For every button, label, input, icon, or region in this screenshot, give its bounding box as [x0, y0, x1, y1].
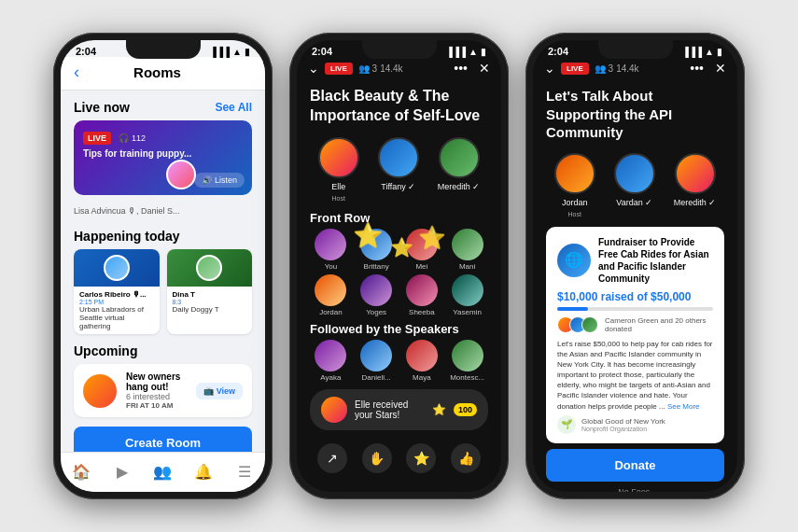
speaker-3-name: Meredith ✓ [438, 182, 481, 191]
audience-avatar-yasemin [452, 274, 483, 306]
happening-section-header: Happening today [61, 219, 265, 249]
notif-stars-icon: ⭐ [432, 403, 446, 416]
more-options-icon-3[interactable]: ••• [690, 61, 704, 76]
event-2-name: Dina T [173, 290, 247, 299]
status-time-1: 2:04 [76, 46, 96, 57]
happening-label: Happening today [74, 229, 180, 244]
speakers-row-3: Jordan Host Vardan ✓ Meredith ✓ [533, 146, 737, 221]
speaker-3-1-role: Host [568, 211, 581, 217]
fundraiser-desc: Let's raise $50,000 to help pay for cab … [557, 339, 713, 412]
status-icons-1: ▐▐▐ ▲ ▮ [210, 47, 250, 57]
battery-icon: ▮ [245, 47, 250, 57]
audience-avatar-jordan [315, 274, 346, 306]
battery-icon-3: ▮ [717, 47, 722, 57]
speaker-1: Elle Host [318, 137, 359, 202]
audience-avatar-yoges [360, 274, 392, 306]
live-now-label: Live now [74, 100, 130, 115]
speaker-3-2-avatar [614, 153, 655, 194]
event-2-time: 8:3 [173, 299, 247, 305]
audience-you: You [310, 229, 352, 271]
live-pill-3: LIVE [561, 63, 589, 75]
close-button-3[interactable]: ✕ [715, 61, 726, 76]
signal-icon-3: ▐▐▐ [682, 47, 702, 57]
speaker-1-role: Host [332, 195, 345, 202]
org-icon: 🌱 [557, 415, 576, 434]
share-button[interactable]: ↗ [317, 443, 347, 473]
chevron-down-icon-3[interactable]: ⌄ [544, 61, 555, 76]
live-count: 🎧 112 [119, 133, 146, 143]
live-card-content: LIVE 🎧 112 Tips for training puppy... [74, 120, 252, 166]
signal-icon: ▐▐▐ [210, 47, 230, 57]
status-icons-2: ▐▐▐ ▲ ▮ [446, 47, 486, 57]
upcoming-info: New owners hang out! 6 interested FRI AT… [126, 371, 187, 410]
donor-avatars [557, 316, 594, 333]
close-button-2[interactable]: ✕ [479, 61, 490, 76]
star-button[interactable]: ⭐ [406, 443, 436, 473]
org-row: 🌱 Global Good of New York Nonprofit Orga… [557, 415, 713, 434]
nav-home[interactable]: 🏠 [70, 460, 92, 483]
phone-3: 2:04 ▐▐▐ ▲ ▮ ⌄ LIVE 👥 3 14.4k ••• ✕ Let'… [525, 33, 745, 499]
notif-avatar [321, 397, 347, 423]
donate-button[interactable]: Donate [546, 449, 724, 482]
room-title-3: Let's Talk About Supporting the API Comm… [533, 81, 737, 146]
audience-jordan: Jordan [310, 274, 352, 316]
nav-video[interactable]: ▶ [111, 460, 133, 483]
see-all-button[interactable]: See All [215, 101, 252, 114]
nav-menu[interactable]: ☰ [233, 460, 256, 483]
upcoming-item[interactable]: New owners hang out! 6 interested FRI AT… [74, 364, 252, 417]
org-info: Global Good of New York Nonprofit Organi… [581, 417, 665, 432]
followed-label: Followed by the Speakers [297, 316, 501, 340]
fundraiser-card: 🌐 Fundraiser to Provide Free Cab Rides f… [546, 227, 724, 443]
donor-avatar-3 [581, 316, 598, 333]
followed-avatar-3 [406, 340, 438, 371]
nav-notifications[interactable]: 🔔 [192, 460, 215, 483]
phone-3-screen: 2:04 ▐▐▐ ▲ ▮ ⌄ LIVE 👥 3 14.4k ••• ✕ Let'… [533, 40, 737, 492]
signal-icon-2: ▐▐▐ [446, 47, 466, 57]
view-button[interactable]: 📺 View [196, 383, 243, 399]
donors-row: Cameron Green and 20 others donated [557, 316, 713, 333]
no-fees-label: No Fees. [533, 487, 737, 492]
like-button[interactable]: 👍 [451, 443, 481, 473]
progress-bar-fill [557, 307, 588, 311]
event-card-1[interactable]: Carlos Ribeiro 🎙... 2:15 PM Urban Labrad… [74, 249, 160, 334]
wifi-icon-2: ▲ [469, 47, 478, 57]
see-more-link[interactable]: See More [667, 402, 700, 411]
listen-button[interactable]: 🔊 Listen [194, 173, 245, 188]
speaker-3-1: Jordan Host [554, 153, 595, 217]
phone-1: 2:04 ▐▐▐ ▲ ▮ ‹ Rooms Live now See All LI… [53, 33, 273, 499]
header-actions-2: ••• ✕ [454, 61, 490, 76]
live-card-title: Tips for training puppy... [83, 148, 243, 159]
raise-hand-button[interactable]: ✋ [362, 443, 392, 473]
event-1-time: 2:15 PM [79, 299, 154, 305]
followed-1: Ayaka [310, 340, 352, 382]
speaker-3-avatar [439, 137, 480, 178]
upcoming-section-header: Upcoming [61, 334, 265, 364]
phone-2: 2:04 ▐▐▐ ▲ ▮ ⌄ LIVE 👥 3 14.4k ••• ✕ Blac… [289, 33, 509, 499]
audience-yasemin: Yasemin [446, 274, 488, 316]
event-2-title: Daily Doggy T [173, 305, 247, 314]
nav-rooms[interactable]: 👥 [151, 460, 174, 483]
upcoming-avatar [83, 374, 117, 408]
speaker-3-3: Meredith ✓ [674, 153, 717, 217]
event-card-2[interactable]: Dina T 8:3 Daily Doggy T [167, 249, 253, 334]
phone-2-notch [362, 40, 437, 59]
live-now-section-header: Live now See All [61, 91, 265, 120]
header-title: Rooms [87, 64, 228, 80]
audience-grid-1: You Brittany Mei Mani ⭐ ⭐ ⭐ Jordan [297, 229, 501, 316]
dark-header-2: ⌄ LIVE 👥 3 14.4k ••• ✕ [297, 57, 501, 81]
speaker-2: Tiffany ✓ [378, 137, 419, 202]
wifi-icon: ▲ [232, 47, 242, 57]
audience-sheeba: Sheeba [401, 274, 443, 316]
upcoming-title: New owners hang out! [126, 371, 187, 392]
bottom-actions-2: ↗ ✋ ⭐ 👍 [297, 438, 501, 481]
live-avatar [166, 160, 196, 189]
back-button[interactable]: ‹ [74, 63, 79, 82]
upcoming-date: FRI AT 10 AM [126, 401, 187, 410]
upcoming-label: Upcoming [74, 343, 137, 358]
status-time-2: 2:04 [312, 46, 332, 57]
event-1-name: Carlos Ribeiro 🎙... [79, 290, 154, 299]
live-card[interactable]: LIVE 🎧 112 Tips for training puppy... 🔊 … [74, 120, 252, 195]
chevron-down-icon[interactable]: ⌄ [308, 61, 319, 76]
fundraiser-title: Fundraiser to Provide Free Cab Rides for… [598, 236, 713, 285]
more-options-icon[interactable]: ••• [454, 61, 468, 76]
